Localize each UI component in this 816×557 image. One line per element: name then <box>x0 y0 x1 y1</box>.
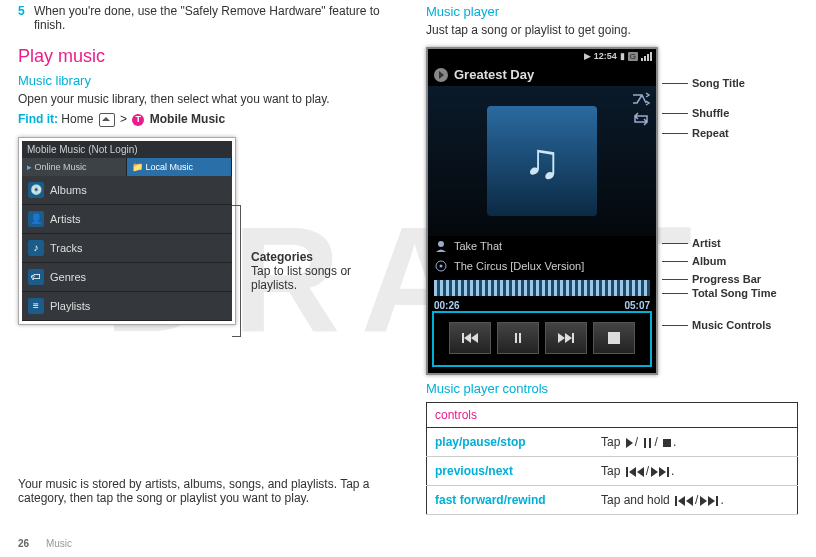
now-playing-icon <box>434 68 448 82</box>
row-prefix: Tap and hold <box>601 493 670 507</box>
label-shuffle: Shuffle <box>692 107 729 119</box>
subsection-music-library: Music library <box>18 73 390 88</box>
stop-button[interactable] <box>593 322 635 354</box>
label-total-time: Total Song Time <box>692 287 777 299</box>
row-label-playpause: play/pause/stop <box>427 428 594 457</box>
subsection-music-player: Music player <box>426 4 798 19</box>
pause-button[interactable] <box>497 322 539 354</box>
total-time: 05:07 <box>624 300 650 311</box>
step-text: When you're done, use the "Safely Remove… <box>34 4 390 32</box>
annotation-title: Categories <box>251 250 381 264</box>
controls-table-header: controls <box>427 403 798 428</box>
label-artist: Artist <box>692 237 721 249</box>
row-suffix: . <box>720 493 723 507</box>
pause-icon <box>643 438 652 448</box>
library-row-albums[interactable]: 💿Albums <box>22 176 232 205</box>
status-time: 12:54 <box>594 51 617 61</box>
label-music-controls: Music Controls <box>692 319 771 331</box>
elapsed-time: 00:26 <box>434 300 460 311</box>
row-label-prevnext: previous/next <box>427 457 594 486</box>
label-song-title: Song Title <box>692 77 745 89</box>
annotation-body: Tap to list songs or playlists. <box>251 264 381 292</box>
library-after-text: Your music is stored by artists, albums,… <box>18 477 390 505</box>
album-name: The Circus [Delux Version] <box>454 260 584 272</box>
brace-icon <box>232 205 241 337</box>
tracks-icon: ♪ <box>28 240 44 256</box>
next-button[interactable] <box>545 322 587 354</box>
label-album: Album <box>692 255 726 267</box>
row-suffix: . <box>673 435 676 449</box>
rewind-icon <box>675 496 693 506</box>
prev-icon <box>626 467 644 477</box>
label-progress: Progress Bar <box>692 273 761 285</box>
artist-icon <box>434 239 448 253</box>
find-it-sep: > <box>120 112 127 126</box>
label-repeat: Repeat <box>692 127 729 139</box>
library-window-title: Mobile Music (Not Login) <box>22 141 232 158</box>
find-it-label: Find it: <box>18 112 58 126</box>
tab-online-music[interactable]: ▸ Online Music <box>22 158 127 176</box>
player-annotation-labels: Song Title Shuffle Repeat Artist Album P… <box>662 47 777 333</box>
find-it-app: Mobile Music <box>150 112 225 126</box>
section-play-music: Play music <box>18 46 390 67</box>
album-icon <box>434 259 448 273</box>
svg-point-2 <box>440 265 443 268</box>
table-row: fast forward/rewind Tap and hold /. <box>427 486 798 515</box>
play-icon <box>626 438 633 448</box>
home-icon <box>99 113 115 127</box>
artist-name: Take That <box>454 240 502 252</box>
music-player-screenshot: ▶ 12:54 ▮ G Greatest Day ♫ <box>426 47 658 375</box>
left-column: 5 When you're done, use the "Safely Remo… <box>0 0 408 520</box>
previous-button[interactable] <box>449 322 491 354</box>
albums-icon: 💿 <box>28 182 44 198</box>
table-row: previous/next Tap /. <box>427 457 798 486</box>
row-label-ffrw: fast forward/rewind <box>427 486 594 515</box>
playlists-icon: ≡ <box>28 298 44 314</box>
table-row: play/pause/stop Tap / / . <box>427 428 798 457</box>
controls-table: controls play/pause/stop Tap / / . previ… <box>426 402 798 515</box>
signal-icon <box>641 52 652 61</box>
battery-icon: ▮ <box>620 51 625 61</box>
music-note-icon: ♫ <box>523 132 561 190</box>
music-controls-highlight <box>432 311 652 367</box>
mobile-music-app-icon <box>132 114 144 126</box>
row-prefix: Tap <box>601 464 620 478</box>
page-number: 26 <box>18 538 29 549</box>
row-prefix: Tap <box>601 435 620 449</box>
row-suffix: . <box>671 464 674 478</box>
network-g-badge: G <box>628 52 638 61</box>
stop-icon <box>663 439 671 447</box>
library-intro-text: Open your music library, then select wha… <box>18 92 390 106</box>
find-it-home: Home <box>61 112 93 126</box>
artists-icon: 👤 <box>28 211 44 227</box>
svg-point-0 <box>438 241 444 247</box>
footer-section: Music <box>46 538 72 549</box>
play-indicator-icon: ▶ <box>584 51 591 61</box>
progress-bar[interactable] <box>434 280 650 296</box>
album-art: ♫ <box>487 106 597 216</box>
page-footer: 26 Music <box>18 538 72 549</box>
album-row: The Circus [Delux Version] <box>428 256 656 276</box>
fastforward-icon <box>700 496 718 506</box>
tab-local-music[interactable]: 📁 Local Music <box>127 158 232 176</box>
right-column: Music player Just tap a song or playlist… <box>408 0 816 520</box>
genres-icon: 🏷 <box>28 269 44 285</box>
status-bar: ▶ 12:54 ▮ G <box>428 49 656 63</box>
find-it-path: Find it: Home > Mobile Music <box>18 112 390 127</box>
step-5: 5 When you're done, use the "Safely Remo… <box>18 4 390 32</box>
step-number: 5 <box>18 4 34 32</box>
artist-row: Take That <box>428 236 656 256</box>
repeat-icon[interactable] <box>632 112 650 126</box>
subsection-player-controls: Music player controls <box>426 381 798 396</box>
shuffle-icon[interactable] <box>632 92 650 106</box>
player-intro-text: Just tap a song or playlist to get going… <box>426 23 798 37</box>
next-icon <box>651 467 669 477</box>
song-title: Greatest Day <box>454 67 534 82</box>
